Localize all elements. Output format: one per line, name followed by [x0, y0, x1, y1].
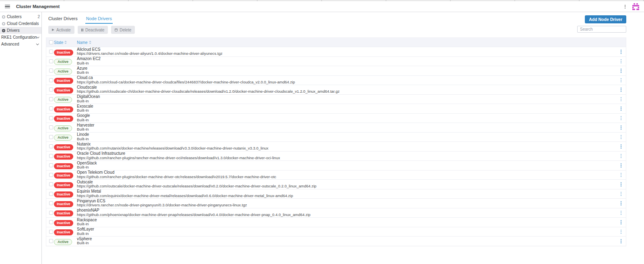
row-actions-kebab-icon[interactable] — [620, 58, 623, 64]
status-badge: Inactive — [54, 50, 73, 56]
header-kebab-menu-icon[interactable] — [623, 4, 627, 10]
row-actions-kebab-icon[interactable] — [620, 162, 623, 168]
sort-icon — [64, 41, 67, 44]
row-checkbox[interactable] — [49, 59, 53, 63]
row-checkbox[interactable] — [49, 201, 53, 205]
driver-name: Azure — [77, 67, 616, 71]
search-input[interactable] — [577, 26, 626, 33]
sidebar-item-rke1-configuration[interactable]: RKE1 Configuration — [0, 34, 41, 41]
row-actions-kebab-icon[interactable] — [620, 115, 623, 121]
table-header-row: State Name — [46, 38, 626, 47]
row-actions-kebab-icon[interactable] — [620, 210, 623, 216]
row-actions-kebab-icon[interactable] — [620, 181, 623, 187]
row-actions-kebab-icon[interactable] — [620, 229, 623, 235]
row-checkbox[interactable] — [49, 192, 53, 196]
driver-source: Built-In — [77, 118, 616, 123]
driver-source: https://github.com/cloudscale-ch/docker-… — [77, 89, 616, 94]
row-actions-kebab-icon[interactable] — [620, 143, 623, 150]
column-header-state[interactable]: State — [54, 40, 67, 45]
row-checkbox[interactable] — [49, 220, 53, 224]
row-actions-kebab-icon[interactable] — [620, 153, 623, 159]
row-checkbox[interactable] — [49, 50, 53, 54]
clusters-count-badge: 2 — [37, 15, 40, 19]
row-actions-kebab-icon[interactable] — [620, 125, 623, 131]
driver-source: https://github.com/equinix/docker-machin… — [77, 194, 616, 198]
row-checkbox[interactable] — [49, 125, 53, 129]
sidebar-item-drivers[interactable]: Drivers — [0, 27, 41, 34]
delete-label: Delete — [120, 28, 131, 32]
row-checkbox[interactable] — [49, 135, 53, 139]
row-actions-kebab-icon[interactable] — [620, 96, 623, 102]
tab-bar: Cluster Drivers Node Drivers — [47, 16, 626, 24]
cloud-credentials-icon — [2, 22, 5, 25]
pause-icon — [81, 29, 84, 31]
column-header-name[interactable]: Name — [77, 40, 91, 45]
row-checkbox[interactable] — [49, 97, 53, 101]
row-checkbox[interactable] — [49, 69, 53, 73]
table-row: Active Amazon EC2 Built-In — [46, 56, 626, 66]
row-checkbox[interactable] — [49, 87, 53, 91]
status-badge: Inactive — [54, 220, 73, 226]
state-column-label: State — [54, 40, 63, 45]
sidebar-nav: Clusters 2 Cloud Credentials Drivers RKE… — [0, 12, 42, 264]
row-actions-kebab-icon[interactable] — [620, 68, 623, 74]
status-badge: Active — [54, 59, 72, 65]
sidebar-item-label: RKE1 Configuration — [1, 35, 37, 39]
delete-button[interactable]: Delete — [111, 26, 135, 34]
driver-name: Harvester — [77, 123, 616, 128]
driver-source: https://github.com/rancher-plugins/docke… — [77, 175, 616, 179]
row-checkbox[interactable] — [49, 173, 53, 177]
driver-name: Exoscale — [77, 104, 616, 109]
row-checkbox[interactable] — [49, 154, 53, 158]
driver-name: SoftLayer — [77, 227, 616, 232]
driver-name: Google — [77, 114, 616, 118]
add-node-driver-button[interactable]: Add Node Driver — [585, 15, 626, 23]
table-row: Inactive OpenStack Built-In — [46, 160, 626, 170]
row-checkbox[interactable] — [49, 78, 53, 82]
tab-node-drivers[interactable]: Node Drivers — [85, 16, 113, 24]
chevron-down-icon — [36, 42, 39, 45]
status-badge: Inactive — [54, 173, 73, 179]
status-badge: Inactive — [54, 154, 73, 160]
tab-cluster-drivers[interactable]: Cluster Drivers — [47, 16, 78, 24]
sidebar-item-cloud-credentials[interactable]: Cloud Credentials — [0, 20, 41, 27]
activate-button[interactable]: Activate — [48, 26, 74, 34]
row-actions-kebab-icon[interactable] — [620, 87, 623, 93]
hamburger-menu-icon[interactable] — [5, 5, 10, 8]
table-row: Inactive Equinix Metal https://github.co… — [46, 189, 626, 199]
select-all-checkbox[interactable] — [49, 40, 53, 44]
row-checkbox[interactable] — [49, 106, 53, 110]
deactivate-button[interactable]: Deactivate — [78, 26, 108, 34]
row-actions-kebab-icon[interactable] — [620, 219, 623, 225]
driver-name: OpenStack — [77, 161, 616, 166]
table-row: Active Azure Built-In — [46, 66, 626, 75]
row-actions-kebab-icon[interactable] — [620, 106, 623, 112]
row-checkbox[interactable] — [49, 239, 53, 243]
row-actions-kebab-icon[interactable] — [620, 238, 623, 244]
sidebar-item-advanced[interactable]: Advanced — [0, 41, 41, 48]
table-row: Inactive Cloud.ca https://github.com/clo… — [46, 75, 626, 85]
table-row: Inactive Open Telekom Cloud https://gith… — [46, 170, 626, 180]
driver-source: Built-In — [77, 241, 616, 245]
row-actions-kebab-icon[interactable] — [620, 49, 623, 55]
row-checkbox[interactable] — [49, 230, 53, 234]
row-checkbox[interactable] — [49, 163, 53, 167]
row-actions-kebab-icon[interactable] — [620, 134, 623, 140]
sidebar-item-clusters[interactable]: Clusters 2 — [0, 13, 41, 20]
sidebar-item-label: Cloud Credentials — [7, 21, 39, 26]
user-avatar[interactable] — [632, 3, 639, 10]
row-checkbox[interactable] — [49, 182, 53, 186]
row-checkbox[interactable] — [49, 211, 53, 215]
table-row: Inactive Rackspace Built-In — [46, 217, 626, 227]
row-actions-kebab-icon[interactable] — [620, 172, 623, 178]
row-checkbox[interactable] — [49, 116, 53, 120]
status-badge: Inactive — [54, 229, 73, 235]
driver-name: vSphere — [77, 237, 616, 241]
top-header: Cluster Management — [0, 1, 644, 12]
row-actions-kebab-icon[interactable] — [620, 77, 623, 83]
row-actions-kebab-icon[interactable] — [620, 191, 623, 197]
driver-source: Built-In — [77, 99, 616, 104]
row-actions-kebab-icon[interactable] — [620, 200, 623, 206]
row-checkbox[interactable] — [49, 144, 53, 148]
driver-source: https://drivers.rancher.cn/node-driver-a… — [77, 52, 616, 56]
